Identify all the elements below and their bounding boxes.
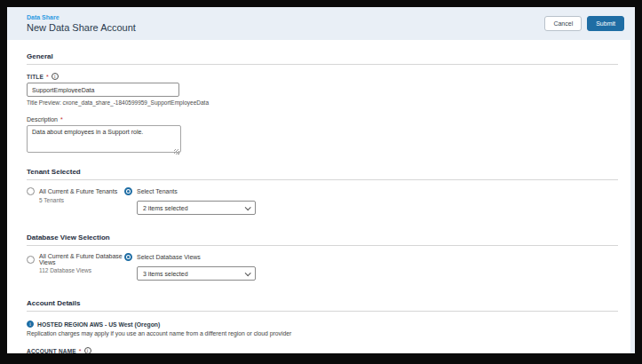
breadcrumb[interactable]: Data Share xyxy=(27,14,136,20)
required-asterisk: * xyxy=(79,348,82,354)
views-dropdown[interactable]: 3 items selected xyxy=(137,266,256,281)
header-titles: Data Share New Data Share Account xyxy=(27,14,136,33)
tenants-dropdown-value: 2 items selected xyxy=(143,205,188,211)
title-preview: Title Preview: cxone_data_share_-1840599… xyxy=(27,99,618,106)
account-name-label: ACCOUNT NAME xyxy=(27,348,76,354)
section-divider xyxy=(27,245,618,246)
radio-all-tenants-label: All Current & Future Tenants xyxy=(39,188,117,194)
chevron-down-icon xyxy=(245,270,251,276)
section-database: Database View Selection All Current & Fu… xyxy=(27,233,618,281)
replication-note: Replication charges may apply if you use… xyxy=(27,330,618,336)
radio-all-views-label: All Current & Future Database Views xyxy=(39,253,124,265)
description-label: Description xyxy=(27,116,58,123)
page-title: New Data Share Account xyxy=(27,22,136,33)
radio-unchecked-icon[interactable] xyxy=(27,187,35,195)
radio-all-views[interactable]: All Current & Future Database Views xyxy=(27,253,124,265)
section-title-general: General xyxy=(27,52,618,60)
radio-select-tenants-label: Select Tenants xyxy=(137,188,178,194)
info-icon[interactable]: i xyxy=(84,347,91,353)
hosted-region-label: HOSTED REGION AWS - US West (Oregon) xyxy=(37,321,160,328)
tenants-dropdown[interactable]: 2 items selected xyxy=(137,201,256,215)
scrollbar[interactable] xyxy=(630,7,635,353)
radio-checked-icon[interactable] xyxy=(124,253,132,261)
section-title-tenant: Tenant Selected xyxy=(27,168,618,176)
radio-select-views[interactable]: Select Database Views xyxy=(124,253,618,261)
required-asterisk: * xyxy=(46,74,49,80)
header-actions: Cancel Submit xyxy=(544,16,624,31)
section-general: General TITLE * i Title Preview: cxone_d… xyxy=(27,52,618,156)
tenant-count: 5 Tenants xyxy=(39,197,124,203)
section-divider xyxy=(27,179,618,180)
radio-checked-icon[interactable] xyxy=(124,187,132,195)
cancel-button[interactable]: Cancel xyxy=(544,16,582,31)
info-icon[interactable]: i xyxy=(52,73,59,80)
section-account: Account Details i HOSTED REGION AWS - US… xyxy=(27,299,618,353)
page-header: Data Share New Data Share Account Cancel… xyxy=(7,7,635,40)
title-input[interactable] xyxy=(27,83,179,97)
chevron-down-icon xyxy=(245,204,251,210)
radio-select-views-label: Select Database Views xyxy=(137,254,201,260)
form-content: General TITLE * i Title Preview: cxone_d… xyxy=(7,52,635,353)
required-asterisk: * xyxy=(60,116,63,123)
radio-select-tenants[interactable]: Select Tenants xyxy=(124,187,618,195)
page: Data Share New Data Share Account Cancel… xyxy=(7,7,635,353)
section-divider xyxy=(27,64,618,65)
section-title-database: Database View Selection xyxy=(27,233,618,241)
views-dropdown-value: 3 items selected xyxy=(143,271,188,277)
radio-unchecked-icon[interactable] xyxy=(27,256,35,264)
radio-all-tenants[interactable]: All Current & Future Tenants xyxy=(27,187,124,195)
views-count: 112 Database Views xyxy=(39,267,124,273)
resize-handle-icon[interactable] xyxy=(174,149,179,154)
info-icon-filled[interactable]: i xyxy=(27,320,34,328)
description-textarea[interactable]: Data about employees in a Support role. xyxy=(27,125,181,153)
submit-button[interactable]: Submit xyxy=(587,16,624,31)
section-divider xyxy=(27,311,618,312)
title-label: TITLE xyxy=(27,74,44,80)
section-tenant: Tenant Selected All Current & Future Ten… xyxy=(27,168,618,215)
section-title-account: Account Details xyxy=(27,299,618,307)
